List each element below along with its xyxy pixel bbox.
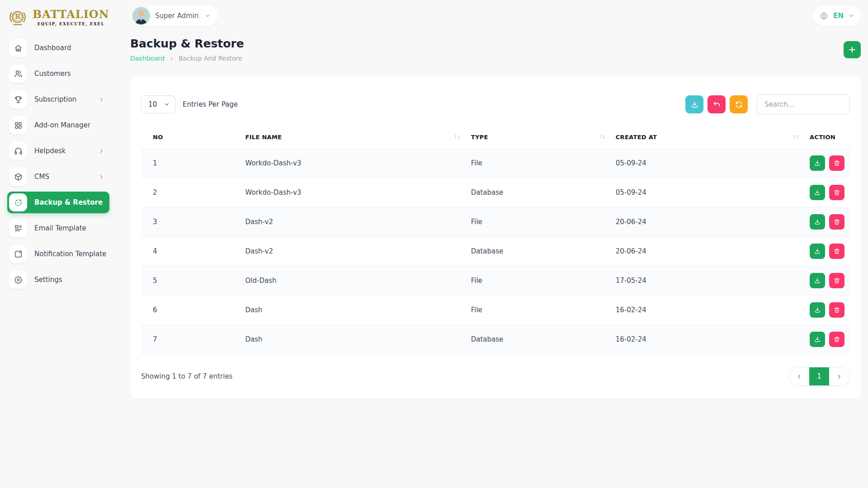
row-actions: [810, 214, 844, 230]
nav-icon-box: [9, 245, 27, 263]
trophy-icon: [14, 95, 23, 104]
delete-row-button[interactable]: [829, 185, 844, 200]
sidebar-item-subscription[interactable]: Subscription: [7, 89, 109, 110]
chevron-down-icon: [204, 13, 211, 19]
cell-no: 7: [141, 325, 240, 354]
grid-icon: [14, 121, 23, 130]
table-toolbar: 10 Entries Per Page: [141, 94, 850, 114]
sidebar-item-helpdesk[interactable]: Helpdesk: [7, 140, 109, 162]
row-actions: [810, 302, 844, 318]
brand-logo[interactable]: B BATTALION EQUIP, EXECUTE, EXEL: [0, 6, 117, 35]
download-row-button[interactable]: [810, 155, 825, 171]
refresh-icon: [735, 100, 743, 109]
delete-row-button[interactable]: [829, 244, 844, 259]
download-icon: [814, 306, 821, 314]
cell-file-name: Dash-v2: [240, 207, 466, 237]
sidebar-item-dashboard[interactable]: Dashboard: [7, 37, 109, 59]
download-row-button[interactable]: [810, 185, 825, 200]
language-selector[interactable]: EN: [813, 6, 861, 26]
nav-icon-box: [9, 90, 27, 108]
user-menu[interactable]: Super Admin: [130, 5, 218, 26]
delete-row-button[interactable]: [829, 273, 844, 288]
sidebar-item-backup-restore[interactable]: Backup & Restore: [7, 192, 109, 213]
cell-no: 5: [141, 266, 240, 296]
cell-no: 4: [141, 237, 240, 266]
sidebar-item-cms[interactable]: CMS: [7, 166, 109, 188]
cell-type: File: [466, 296, 610, 325]
table-row: 5 Old-Dash File 17-05-24: [141, 266, 850, 296]
download-icon: [690, 100, 699, 109]
trash-icon: [833, 218, 840, 225]
restore-undo-button[interactable]: [708, 95, 726, 113]
table-row: 4 Dash-v2 Database 20-06-24: [141, 237, 850, 266]
entries-per-page-select[interactable]: 10: [141, 95, 175, 113]
nav-icon-box: [9, 142, 27, 160]
download-row-button[interactable]: [810, 273, 825, 288]
home-icon: [14, 43, 23, 53]
delete-row-button[interactable]: [829, 332, 844, 347]
cell-created-at: 05-09-24: [610, 178, 804, 207]
download-row-button[interactable]: [810, 332, 825, 347]
export-download-button[interactable]: [685, 95, 703, 113]
cell-file-name: Workdo-Dash-v3: [240, 149, 466, 178]
backup-table: NO FILE NAME↑↓ TYPE↑↓ CREATED AT↑↓ ACTIO…: [141, 126, 850, 354]
battalion-emblem-icon: B: [7, 7, 28, 28]
brand-name: BATTALION: [33, 9, 109, 20]
pagination-page-1[interactable]: 1: [809, 367, 829, 385]
sidebar-item-add-on-manager[interactable]: Add-on Manager: [7, 114, 109, 136]
chevron-right-icon: [836, 373, 843, 380]
sidebar-item-settings[interactable]: Settings: [7, 269, 109, 291]
sort-icon: ↑↓: [598, 134, 604, 140]
cell-type: Database: [466, 325, 610, 354]
notification-template-icon: [14, 249, 23, 259]
search-input[interactable]: [757, 94, 850, 114]
table-row: 2 Workdo-Dash-v3 Database 05-09-24: [141, 178, 850, 207]
cell-type: Database: [466, 237, 610, 266]
cell-no: 2: [141, 178, 240, 207]
column-header-type[interactable]: TYPE↑↓: [466, 126, 610, 149]
delete-row-button[interactable]: [829, 155, 844, 171]
chevron-right-icon: [98, 174, 105, 180]
chevron-left-icon: [796, 373, 802, 380]
download-row-button[interactable]: [810, 244, 825, 259]
refresh-button[interactable]: [730, 95, 748, 113]
cell-file-name: Old-Dash: [240, 266, 466, 296]
cell-created-at: 20-06-24: [610, 207, 804, 237]
sidebar-item-label: Email Template: [34, 224, 86, 232]
sidebar-item-notification-template[interactable]: Notification Template: [7, 243, 109, 265]
cell-no: 3: [141, 207, 240, 237]
column-header-no: NO: [141, 126, 240, 149]
globe-icon: [819, 11, 829, 21]
column-header-file-name[interactable]: FILE NAME↑↓: [240, 126, 466, 149]
main-content: Super Admin EN Backup & Restore Dashboar…: [117, 0, 868, 488]
sidebar-item-email-template[interactable]: Email Template: [7, 217, 109, 239]
column-header-created-at[interactable]: CREATED AT↑↓: [610, 126, 804, 149]
breadcrumb-dashboard-link[interactable]: Dashboard: [130, 55, 165, 62]
table-header-row: NO FILE NAME↑↓ TYPE↑↓ CREATED AT↑↓ ACTIO…: [141, 126, 850, 149]
sidebar-item-label: CMS: [34, 173, 49, 181]
pagination-prev-button[interactable]: [789, 367, 809, 385]
brand-text: BATTALION EQUIP, EXECUTE, EXEL: [33, 9, 109, 26]
add-backup-button[interactable]: [844, 41, 861, 58]
delete-row-button[interactable]: [829, 214, 844, 230]
nav-icon-box: [9, 219, 27, 237]
cell-created-at: 16-02-24: [610, 325, 804, 354]
nav-icon-box: [9, 168, 27, 186]
nav-icon-box: [9, 271, 27, 289]
language-label: EN: [833, 12, 844, 20]
nav-icon-box: [9, 116, 27, 134]
download-row-button[interactable]: [810, 302, 825, 318]
trash-icon: [833, 248, 840, 255]
plus-icon: [848, 45, 857, 54]
chevron-down-icon: [848, 13, 854, 19]
sidebar-item-label: Customers: [34, 70, 71, 78]
headphones-icon: [14, 146, 23, 156]
sidebar-item-customers[interactable]: Customers: [7, 63, 109, 84]
sidebar-item-label: Subscription: [34, 95, 76, 103]
pagination-next-button[interactable]: [829, 367, 849, 385]
cell-created-at: 16-02-24: [610, 296, 804, 325]
sidebar-item-label: Helpdesk: [34, 147, 66, 155]
pagination: 1: [788, 367, 850, 386]
download-row-button[interactable]: [810, 214, 825, 230]
delete-row-button[interactable]: [829, 302, 844, 318]
